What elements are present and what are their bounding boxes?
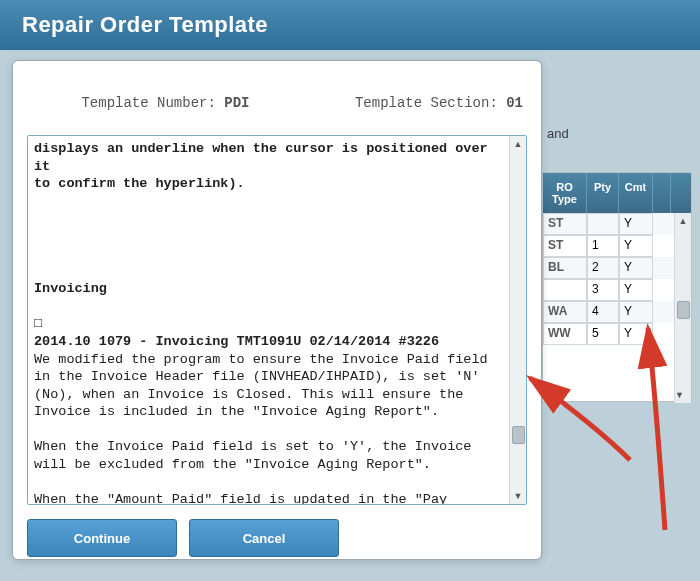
cell-rotype[interactable]: ST (543, 235, 587, 257)
page-header: Repair Order Template (0, 0, 700, 50)
ro-table-body: STYST1YBL2Y3YWA4YWW5Y ▲ ▼ (543, 213, 691, 403)
ro-table: RO Type Pty Cmt STYST1YBL2Y3YWA4YWW5Y ▲ … (542, 172, 692, 402)
background-text-fragment: and (547, 126, 569, 141)
template-section-label: Template Section: (355, 95, 506, 111)
col-header-pty[interactable]: Pty (587, 173, 619, 213)
cell-cmt[interactable]: Y (619, 301, 653, 323)
textarea-scrollbar[interactable]: ▲ ▼ (509, 136, 526, 504)
cell-pty[interactable]: 1 (587, 235, 619, 257)
cell-pty[interactable]: 5 (587, 323, 619, 345)
cell-rotype[interactable]: ST (543, 213, 587, 235)
table-scroll-down-icon[interactable]: ▼ (675, 387, 684, 403)
page-title: Repair Order Template (22, 12, 268, 37)
cell-rotype[interactable] (543, 279, 587, 301)
dialog-buttons: Continue Cancel (27, 519, 527, 557)
textarea-scroll-down-icon[interactable]: ▼ (510, 488, 526, 504)
cell-cmt[interactable]: Y (619, 279, 653, 301)
table-row[interactable]: 3Y (543, 279, 691, 301)
dialog-textarea-wrap: displays an underline when the cursor is… (27, 135, 527, 505)
cell-cmt[interactable]: Y (619, 235, 653, 257)
cell-pty[interactable]: 2 (587, 257, 619, 279)
cancel-button[interactable]: Cancel (189, 519, 339, 557)
template-dialog: Template Number: PDI Template Section: 0… (12, 60, 542, 560)
cell-cmt[interactable]: Y (619, 257, 653, 279)
table-scroll-thumb[interactable] (677, 301, 690, 319)
col-header-rotype[interactable]: RO Type (543, 173, 587, 213)
cell-pty[interactable] (587, 213, 619, 235)
cell-pty[interactable]: 4 (587, 301, 619, 323)
table-row[interactable]: STY (543, 213, 691, 235)
dialog-textarea[interactable]: displays an underline when the cursor is… (28, 136, 526, 504)
textarea-scroll-thumb[interactable] (512, 426, 525, 444)
template-number-value: PDI (224, 95, 249, 111)
table-scrollbar[interactable]: ▲ ▼ (674, 213, 691, 403)
template-number-label: Template Number: (81, 95, 224, 111)
cell-rotype[interactable]: WW (543, 323, 587, 345)
cell-cmt[interactable]: Y (619, 323, 653, 345)
cell-pty[interactable]: 3 (587, 279, 619, 301)
table-row[interactable]: BL2Y (543, 257, 691, 279)
textarea-scroll-up-icon[interactable]: ▲ (510, 136, 526, 152)
table-scroll-up-icon[interactable]: ▲ (675, 213, 691, 229)
cell-rotype[interactable]: BL (543, 257, 587, 279)
dialog-meta: Template Number: PDI Template Section: 0… (27, 73, 527, 135)
table-row[interactable]: ST1Y (543, 235, 691, 257)
table-row[interactable]: WW5Y (543, 323, 691, 345)
col-header-cmt[interactable]: Cmt (619, 173, 653, 213)
table-row[interactable]: WA4Y (543, 301, 691, 323)
template-section-value: 01 (506, 95, 523, 111)
ro-table-header: RO Type Pty Cmt (543, 173, 691, 213)
cell-cmt[interactable]: Y (619, 213, 653, 235)
cell-rotype[interactable]: WA (543, 301, 587, 323)
continue-button[interactable]: Continue (27, 519, 177, 557)
